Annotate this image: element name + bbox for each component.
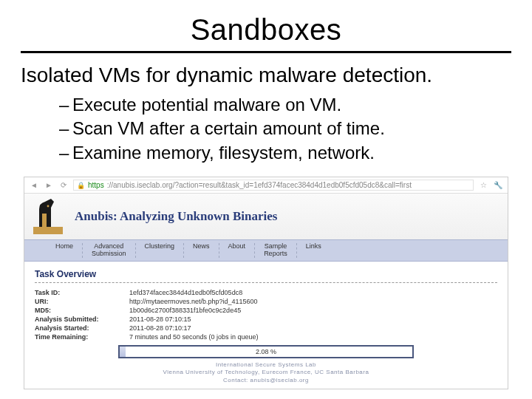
progress-bar: 2.08 % — [118, 345, 414, 358]
bullet-item: Examine memory, filesystem, network. — [59, 141, 511, 165]
site-footer: International Secure Systems Lab Vienna … — [35, 361, 497, 384]
value-remaining: 7 minutes and 50 seconds (0 jobs in queu… — [129, 333, 497, 341]
label-task-id: Task ID: — [35, 289, 129, 296]
nav-about[interactable]: About — [219, 243, 256, 258]
bookmark-icon[interactable]: ☆ — [478, 180, 488, 191]
url-scheme: https — [88, 181, 104, 189]
reload-icon[interactable]: ⟳ — [58, 180, 69, 191]
url-text: ://anubis.iseclab.org/?action=result&tas… — [107, 181, 412, 189]
value-uri: http://mytaeermoves.net/b.php?id_4115600 — [129, 298, 497, 305]
task-details: Task ID:1efd374facec384d4d1edb0f5cfd05dc… — [35, 289, 497, 341]
footer-line: Vienna University of Technology, Eurecom… — [35, 369, 497, 376]
wrench-icon[interactable]: 🔧 — [493, 180, 503, 191]
svg-rect-0 — [33, 227, 63, 234]
address-bar[interactable]: 🔒 https ://anubis.iseclab.org/?action=re… — [73, 180, 474, 191]
nav-links[interactable]: Links — [297, 243, 330, 258]
value-started: 2011-08-28 07:10:17 — [129, 324, 497, 332]
divider — [35, 282, 497, 283]
nav-sample-reports[interactable]: Sample Reports — [255, 243, 297, 258]
browser-toolbar: ◄ ► ⟳ 🔒 https ://anubis.iseclab.org/?act… — [24, 177, 508, 194]
footer-line: Contact: anubis@iseclab.org — [35, 377, 497, 384]
task-overview: Task Overview Task ID:1efd374facec384d4d… — [24, 262, 508, 389]
forward-icon[interactable]: ► — [44, 180, 54, 191]
title-rule — [21, 51, 511, 53]
site-banner: Anubis: Analyzing Unknown Binaries — [24, 194, 508, 239]
bullet-list: Execute potential malware on VM. Scan VM… — [59, 93, 511, 165]
bullet-item: Scan VM after a certain amount of time. — [59, 117, 511, 140]
anubis-logo-icon — [32, 197, 64, 236]
label-uri: URI: — [35, 298, 129, 305]
slide-subtitle: Isolated VMs for dynamic malware detecti… — [21, 64, 511, 87]
nav-advanced-submission[interactable]: Advanced Submission — [83, 243, 136, 258]
nav-clustering[interactable]: Clustering — [136, 243, 185, 258]
lock-icon: 🔒 — [77, 182, 85, 189]
value-submitted: 2011-08-28 07:10:15 — [129, 316, 497, 323]
label-started: Analysis Started: — [35, 324, 129, 332]
label-md5: MD5: — [35, 307, 129, 314]
value-md5: 1b00d6c2700f388331f1bfe0c9c2de45 — [129, 307, 497, 314]
back-icon[interactable]: ◄ — [29, 180, 39, 191]
nav-menu: Home Advanced Submission Clustering News… — [24, 239, 508, 262]
nav-home[interactable]: Home — [47, 243, 83, 258]
label-submitted: Analysis Submitted: — [35, 316, 129, 323]
slide-title: Sandboxes — [21, 13, 511, 47]
bullet-item: Execute potential malware on VM. — [59, 93, 511, 117]
task-overview-heading: Task Overview — [35, 269, 497, 279]
site-brand: Anubis: Analyzing Unknown Binaries — [75, 209, 277, 224]
footer-line: International Secure Systems Lab — [35, 361, 497, 369]
svg-point-2 — [47, 205, 50, 208]
svg-rect-1 — [42, 214, 47, 227]
value-task-id: 1efd374facec384d4d1edb0f5cfd05dc8 — [129, 289, 497, 296]
progress-label: 2.08 % — [120, 348, 412, 355]
nav-news[interactable]: News — [184, 243, 219, 258]
browser-screenshot: ◄ ► ⟳ 🔒 https ://anubis.iseclab.org/?act… — [24, 177, 508, 389]
label-remaining: Time Remaining: — [35, 333, 129, 341]
